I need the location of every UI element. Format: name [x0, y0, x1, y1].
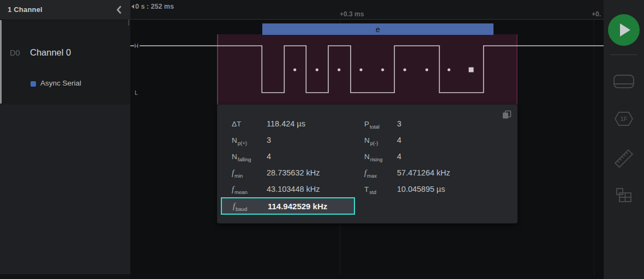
measure-label: P — [364, 120, 369, 128]
measure-value: 3 — [267, 136, 271, 144]
measure-value: 4 — [397, 152, 401, 161]
measure-value: 57.471264 kHz — [397, 168, 450, 177]
measurement-row: Np(-) 4 — [364, 132, 450, 148]
measurement-row: ΔT 118.424 µs — [232, 116, 320, 132]
measure-sub: falling — [238, 156, 251, 162]
measure-sub: max — [367, 173, 377, 179]
measure-value: 118.424 µs — [267, 119, 305, 128]
measurement-row: Np(+) 3 — [232, 132, 320, 148]
measurement-row: Tstd 10.045895 µs — [364, 181, 450, 197]
play-icon — [620, 23, 630, 37]
collapse-sidebar-button[interactable] — [113, 4, 125, 16]
baud-rate-highlight-row[interactable]: fbaud 114.942529 kHz — [221, 197, 355, 215]
analyzer-color-swatch — [31, 81, 36, 87]
measure-label: ΔT — [232, 120, 241, 128]
measure-sub: total — [370, 124, 380, 130]
extensions-blocks-icon — [616, 188, 631, 203]
measure-label: N — [364, 136, 370, 144]
capture-device-icon — [613, 75, 634, 89]
measurement-column-right: Ptotal 3 Np(-) 4 Nrising 4 fmax 57.47126… — [364, 116, 450, 197]
copy-measurements-button[interactable] — [502, 110, 511, 119]
channel-sidebar: D0 Channel 0 Async Serial 1 Channel — [0, 0, 130, 279]
measurement-row: fmax 57.471264 kHz — [364, 165, 450, 181]
analyzer-label[interactable]: Async Serial — [40, 79, 81, 87]
logic-high-label: H — [133, 43, 140, 49]
measurement-row: Nfalling 4 — [232, 148, 320, 165]
toolbar-divider — [610, 54, 637, 55]
sidebar-header: 1 Channel — [0, 0, 130, 20]
device-settings-button[interactable] — [613, 75, 634, 89]
measure-sub: rising — [370, 156, 383, 162]
measure-sub: mean — [234, 189, 248, 195]
measure-label: f — [232, 168, 234, 177]
start-capture-button[interactable] — [608, 14, 640, 46]
channel-list: D0 Channel 0 Async Serial — [0, 20, 130, 105]
measure-label: N — [232, 136, 237, 144]
channel-id-label: D0 — [10, 48, 20, 57]
measure-label: N — [364, 153, 370, 161]
measure-label: f — [233, 202, 235, 210]
measurement-row: fmean 43.103448 kHz — [232, 181, 320, 197]
waveform-trace — [130, 46, 604, 93]
measurement-row: fmin 28.735632 kHz — [232, 165, 320, 181]
ruler-icon — [614, 149, 634, 168]
measure-sub: std — [369, 189, 376, 195]
analyzers-button[interactable]: 1F — [615, 111, 633, 126]
timeline-offset-label: +0.3 ms — [340, 10, 364, 18]
measure-label: N — [232, 153, 237, 161]
measure-label: f — [364, 168, 366, 177]
waveform-viewport[interactable]: H L e 0 s : 252 ms +0.3 ms +0. ΔT — [130, 0, 604, 279]
right-toolbar: 1F — [604, 0, 644, 279]
measure-value: 3 — [397, 119, 401, 128]
baud-rate-value: 114.942529 kHz — [268, 202, 327, 211]
channel-name-label[interactable]: Channel 0 — [30, 47, 71, 58]
copy-icon — [502, 110, 511, 119]
measure-value: 43.103448 kHz — [267, 185, 320, 193]
decoded-byte-bubble[interactable]: e — [262, 23, 493, 35]
measure-label: f — [232, 185, 234, 193]
sidebar-scroll-indicator[interactable] — [0, 20, 2, 104]
measurement-panel: ΔT 118.424 µs Np(+) 3 Nfalling 4 fmin 28… — [217, 105, 517, 223]
measure-sub: p(+) — [238, 140, 247, 146]
measure-sub: p(-) — [370, 140, 378, 146]
measure-sub: baud — [236, 206, 247, 212]
timeline-marker-icon — [131, 4, 134, 9]
sidebar-lower-area — [0, 105, 130, 274]
measure-value: 4 — [267, 152, 271, 161]
timeline-absolute-time: 0 s : 252 ms — [131, 3, 174, 10]
measurement-row: Nrising 4 — [364, 148, 450, 165]
timeline-offset-label: +0. — [592, 10, 601, 18]
timeline-origin-tick — [128, 20, 129, 26]
measure-value: 4 — [397, 136, 401, 144]
channel-count-label: 1 Channel — [8, 5, 43, 14]
measure-value: 10.045895 µs — [397, 185, 445, 193]
sidebar-bottom-strip — [0, 274, 130, 279]
measurement-column-left: ΔT 118.424 µs Np(+) 3 Nfalling 4 fmin 28… — [232, 116, 320, 197]
timeline-absolute-label: 0 s : 252 ms — [135, 3, 174, 10]
measure-value: 28.735632 kHz — [267, 168, 320, 177]
measure-sub: min — [234, 173, 243, 179]
measurement-row: Ptotal 3 — [364, 116, 450, 132]
logic-low-label: L — [133, 89, 140, 96]
logic-analyzer-app: D0 Channel 0 Async Serial 1 Channel — [0, 0, 644, 279]
hex-icon-label: 1F — [621, 116, 628, 122]
stop-bit-marker — [469, 68, 474, 72]
bit-sample-dots — [293, 68, 473, 72]
timeline-ruler[interactable]: 0 s : 252 ms +0.3 ms +0. — [130, 0, 604, 20]
chevron-left-icon — [113, 4, 125, 16]
hex-analyzer-icon: 1F — [615, 111, 633, 126]
extensions-button[interactable] — [616, 188, 631, 203]
measure-label: T — [364, 185, 369, 193]
decoded-byte-label: e — [376, 25, 380, 34]
measurements-button[interactable] — [614, 149, 634, 168]
